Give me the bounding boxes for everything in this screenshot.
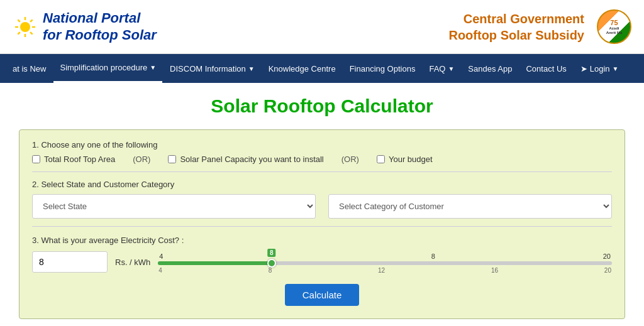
chevron-down-icon: ▼ — [613, 65, 619, 72]
category-select[interactable]: Select Category of Customer — [328, 194, 612, 219]
or-label-2: (OR) — [329, 155, 372, 164]
logo-line1: National Portal — [43, 10, 157, 26]
slider-tick-row: 4 8 12 16 20 — [158, 265, 612, 274]
option3-label: Your budget — [389, 155, 433, 164]
nav-label-knowledge: Knowledge Centre — [269, 64, 336, 73]
header: National Portal for Rooftop Solar Centra… — [0, 0, 644, 54]
svg-point-0 — [20, 22, 30, 32]
nav-login[interactable]: ➤ Login ▼ — [574, 57, 625, 81]
section1: 1. Choose any one of the following Total… — [32, 140, 612, 164]
checkbox-row: Total Roof Top Area (OR) Solar Panel Cap… — [32, 155, 612, 164]
section3-label: 3. What is your average Electricity Cost… — [32, 236, 612, 245]
calculator-title: Solar Rooftop Calculator — [19, 95, 625, 117]
electricity-input[interactable] — [32, 251, 108, 273]
nav-item-contact[interactable]: Contact Us — [519, 54, 572, 83]
azadi-text: 75 AzadiAmrit Ma — [606, 19, 623, 35]
login-icon: ➤ — [580, 64, 587, 73]
slider-fill — [158, 261, 271, 265]
main-content: Solar Rooftop Calculator 1. Choose any o… — [0, 83, 644, 326]
nav-label-faq: FAQ — [429, 64, 445, 73]
nav-label-whats-new: at is New — [13, 64, 46, 73]
section3: 3. What is your average Electricity Cost… — [32, 236, 612, 274]
svg-line-8 — [18, 32, 20, 35]
option2-checkbox[interactable] — [168, 155, 176, 163]
logo-text: National Portal for Rooftop Solar — [43, 10, 157, 43]
header-right: Central Government Rooftop Solar Subsidy… — [448, 9, 631, 44]
chevron-down-icon: ▼ — [248, 65, 255, 72]
svg-line-6 — [30, 32, 33, 35]
nav-item-discom[interactable]: DISCOM Information ▼ — [164, 54, 261, 83]
chevron-down-icon: ▼ — [448, 65, 454, 72]
slider-top-min: 4 — [159, 253, 163, 260]
logo-line2: for Rooftop Solar — [43, 27, 157, 43]
login-label: Login — [590, 64, 610, 73]
or-label-1: (OR) — [120, 155, 163, 164]
option3-group: Your budget — [377, 155, 433, 164]
option2-group: Solar Panel Capacity you want to install — [168, 155, 323, 164]
section1-label: 1. Choose any one of the following — [32, 140, 612, 149]
nav-label-financing: Financing Options — [350, 64, 416, 73]
navbar: at is New Simplification procedure ▼ DIS… — [0, 54, 644, 83]
svg-line-7 — [30, 19, 33, 22]
slider-thumb-label: 8 — [267, 249, 276, 257]
tick-20: 20 — [604, 267, 611, 274]
calculator-box: 1. Choose any one of the following Total… — [19, 129, 625, 319]
subsidy-line2: Rooftop Solar Subsidy — [448, 27, 584, 43]
svg-line-5 — [18, 19, 20, 22]
option1-group: Total Roof Top Area — [32, 155, 115, 164]
nav-item-sandes[interactable]: Sandes App — [462, 54, 518, 83]
option2-label: Solar Panel Capacity you want to install — [180, 155, 323, 164]
slider-top-max: 20 — [603, 253, 611, 260]
option1-label: Total Roof Top Area — [44, 155, 115, 164]
logo-area: National Portal for Rooftop Solar — [13, 10, 157, 43]
electricity-row: Rs. / kWh 4 8 20 8 — [32, 250, 612, 274]
nav-label-simplification: Simplification procedure — [60, 63, 147, 72]
subsidy-line1: Central Government — [448, 11, 584, 27]
nav-label-discom: DISCOM Information — [170, 64, 246, 73]
slider-container: 4 8 20 8 4 — [158, 250, 612, 274]
slider-track[interactable]: 8 — [158, 261, 612, 265]
select-row: Select State Select Category of Customer — [32, 194, 612, 219]
calculate-button[interactable]: Calculate — [285, 284, 360, 306]
subsidy-text: Central Government Rooftop Solar Subsidy — [448, 11, 584, 43]
sun-icon — [13, 14, 38, 40]
nav-label-sandes: Sandes App — [468, 64, 512, 73]
nav-item-faq[interactable]: FAQ ▼ — [423, 54, 460, 83]
nav-item-financing[interactable]: Financing Options — [343, 54, 422, 83]
divider2 — [32, 226, 612, 227]
option3-checkbox[interactable] — [377, 155, 385, 163]
slider-thumb[interactable]: 8 — [267, 259, 276, 268]
tick-12: 12 — [378, 267, 385, 274]
tick-16: 16 — [491, 267, 498, 274]
nav-item-whats-new[interactable]: at is New — [6, 54, 52, 83]
divider1 — [32, 171, 612, 172]
azadi-badge: 75 AzadiAmrit Ma — [597, 9, 631, 44]
tick-4: 4 — [158, 267, 162, 274]
nav-item-simplification[interactable]: Simplification procedure ▼ — [53, 54, 162, 83]
slider-track-wrapper: 8 — [158, 261, 612, 265]
nav-item-knowledge[interactable]: Knowledge Centre — [262, 54, 342, 83]
nav-label-contact: Contact Us — [526, 64, 566, 73]
tick-8: 8 — [269, 267, 272, 274]
option1-checkbox[interactable] — [32, 155, 40, 163]
section2: 2. Select State and Customer Category Se… — [32, 180, 612, 219]
section2-label: 2. Select State and Customer Category — [32, 180, 612, 189]
slider-top-labels: 4 8 20 — [158, 253, 612, 260]
chevron-down-icon: ▼ — [150, 64, 156, 71]
unit-label: Rs. / kWh — [115, 258, 150, 267]
slider-top-current: 8 — [431, 253, 435, 260]
state-select[interactable]: Select State — [32, 194, 316, 219]
